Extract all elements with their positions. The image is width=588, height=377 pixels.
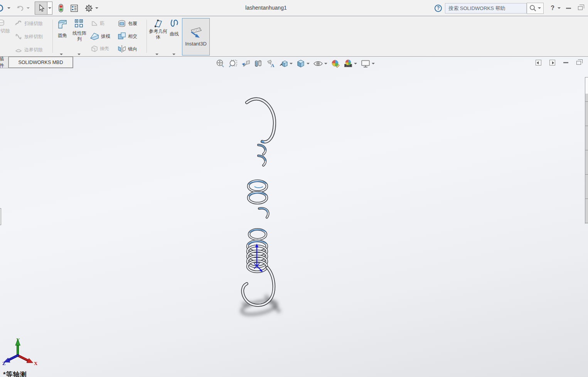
section-view-button[interactable] (253, 59, 263, 69)
apply-scene-button[interactable] (343, 59, 357, 69)
tab-addins[interactable]: 插件 (0, 57, 8, 68)
hide-show-items-caret[interactable] (324, 63, 327, 64)
command-manager-tabs: 插件 SOLIDWORKS MBD (0, 57, 73, 68)
curves-icon (169, 19, 179, 29)
ribbon-curves[interactable]: 曲线 (167, 19, 181, 37)
command-manager-ribbon: 旋转切除 扫描切除 放样切割 边界切除 圆角 线性阵列 (0, 17, 588, 57)
spring-mid-arc[interactable] (259, 208, 268, 217)
ribbon-draft[interactable]: 拔模 (90, 32, 110, 40)
quick-access-toolbar (0, 0, 99, 16)
linear-pattern-icon (74, 19, 84, 28)
previous-view-button[interactable] (241, 59, 251, 69)
lofted-cut-icon (15, 33, 22, 40)
ribbon-rib[interactable]: 筋 (91, 20, 104, 27)
restore-icon (578, 6, 583, 10)
ribbon-wrap[interactable]: 包覆 (118, 20, 137, 27)
curves-caret[interactable] (172, 50, 175, 57)
spring-single-coil[interactable] (249, 229, 266, 239)
spring-top-hook[interactable] (247, 99, 275, 142)
apply-scene-caret[interactable] (354, 63, 357, 64)
intersect-icon (118, 32, 126, 40)
spring-upper-coils[interactable] (248, 181, 267, 203)
window-title: lashentanhuang1 (208, 0, 324, 15)
view-orientation-button[interactable] (279, 59, 293, 69)
triad-y-label: Y (16, 337, 20, 343)
previous-view-icon (241, 59, 250, 68)
help-menu[interactable]: ? (551, 5, 554, 12)
reference-geometry-caret[interactable] (155, 50, 158, 57)
view-orientation-icon (279, 59, 288, 68)
ribbon-boundary-cut[interactable]: 边界切除 (15, 46, 43, 54)
search-button[interactable] (527, 3, 544, 14)
view-settings-caret[interactable] (372, 63, 375, 64)
wrap-icon (118, 20, 126, 27)
ribbon-intersect[interactable]: 相交 (118, 32, 137, 40)
feature-panel-edge[interactable] (0, 208, 1, 225)
minimize-icon (566, 8, 571, 9)
settings-gear-button[interactable] (84, 2, 94, 15)
select-tool-button[interactable] (35, 2, 47, 15)
restore-window-button[interactable] (576, 6, 584, 10)
minimize-document-icon[interactable] (563, 62, 568, 63)
view-orientation-caret[interactable] (290, 63, 293, 64)
shell-icon (91, 45, 98, 52)
view-settings-button[interactable] (360, 59, 375, 69)
ribbon-shell[interactable]: 抽壳 (91, 45, 109, 52)
hide-show-annotations-icon: A (266, 59, 276, 68)
spring-arc-segments[interactable] (258, 145, 265, 165)
swept-cut-icon (15, 20, 22, 27)
ribbon-linear-pattern[interactable]: 线性阵列 (71, 19, 88, 42)
fillet-icon (57, 19, 68, 30)
view-orientation-label: *等轴测 (3, 370, 27, 377)
selection-filter-button[interactable] (57, 2, 65, 15)
expand-right-pane-icon[interactable] (549, 60, 555, 66)
collapse-left-pane-icon[interactable] (536, 60, 541, 66)
options-list-button[interactable] (69, 2, 79, 15)
revolved-cut-icon (0, 18, 6, 28)
edit-appearance-icon (331, 59, 340, 68)
display-style-caret[interactable] (307, 63, 310, 64)
fillet-caret[interactable] (60, 50, 63, 57)
zoom-to-fit-button[interactable] (215, 59, 225, 69)
app-icon[interactable] (0, 2, 6, 15)
graphics-viewport[interactable]: 插件 SOLIDWORKS MBD (0, 57, 588, 377)
ribbon-lofted-cut[interactable]: 放样切割 (15, 33, 43, 40)
tab-solidworks-mbd[interactable]: SOLIDWORKS MBD (8, 57, 73, 68)
hide-show-annotations-button[interactable]: A (266, 59, 276, 69)
view-settings-icon (361, 59, 371, 68)
settings-caret[interactable] (94, 2, 99, 15)
restore-document-icon[interactable] (576, 61, 581, 65)
zoom-to-area-button[interactable] (228, 59, 238, 69)
instant3d-icon (188, 27, 204, 39)
spring-model[interactable] (216, 69, 308, 320)
linear-pattern-caret[interactable] (78, 50, 81, 57)
undo-caret[interactable] (25, 2, 31, 15)
spring-bottom-hook[interactable] (243, 268, 274, 305)
search-magnifier-icon (529, 5, 536, 12)
reference-geometry-icon (153, 19, 163, 29)
section-view-icon (254, 59, 263, 68)
ribbon-revolved-cut[interactable]: 旋转切除 (0, 18, 13, 34)
select-cursor-icon (38, 4, 45, 12)
display-style-button[interactable] (296, 59, 310, 69)
eye-icon (313, 59, 323, 68)
undo-button[interactable] (15, 2, 25, 15)
app-menu-caret[interactable] (6, 2, 12, 15)
ribbon-reference-geometry[interactable]: 参考几何体 (148, 19, 168, 40)
search-input[interactable] (445, 3, 527, 13)
mirror-icon (118, 45, 126, 53)
ribbon-swept-cut[interactable]: 扫描切除 (15, 20, 43, 27)
help-caret[interactable] (558, 7, 561, 9)
ribbon-fillet[interactable]: 圆角 (54, 19, 71, 39)
selection-filter-icon (58, 4, 64, 12)
zoom-to-area-icon (228, 59, 238, 68)
task-pane-edge[interactable] (585, 77, 588, 224)
select-tool-caret[interactable] (47, 2, 52, 15)
hide-show-items-button[interactable] (313, 59, 328, 69)
ribbon-mirror[interactable]: 镜向 (118, 45, 137, 53)
edit-appearance-button[interactable] (330, 59, 340, 69)
minimize-window-button[interactable] (564, 8, 573, 9)
instant3d-button[interactable]: Instant3D (182, 18, 210, 56)
options-list-icon (71, 5, 78, 12)
triad-z-label: Z (2, 360, 6, 366)
